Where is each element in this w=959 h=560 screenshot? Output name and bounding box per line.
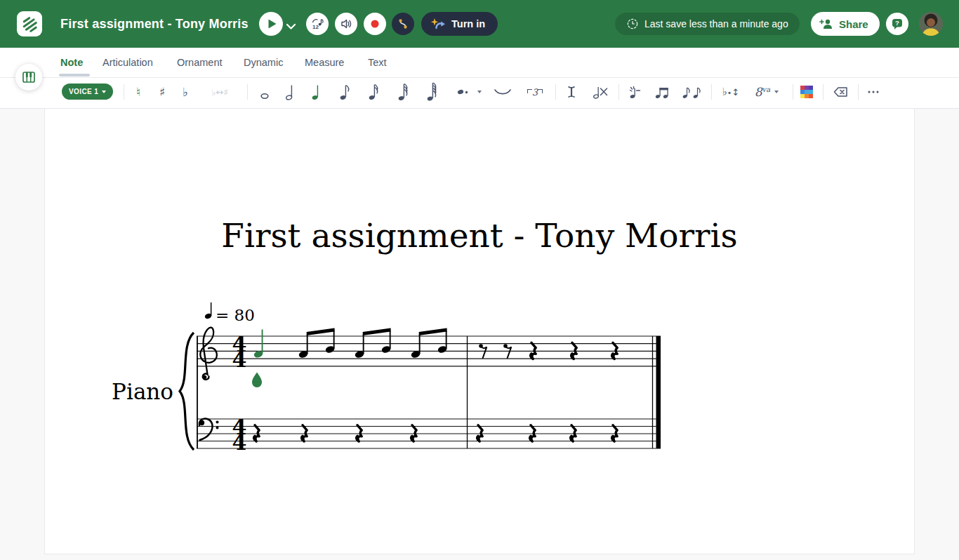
voice-label: VOICE 1 [69, 88, 98, 95]
tab-ornament[interactable]: Ornament [177, 48, 222, 77]
color-palette-icon [800, 86, 813, 98]
tie-button[interactable] [491, 81, 514, 102]
delete-button[interactable] [830, 81, 852, 102]
record-button[interactable] [364, 13, 386, 35]
last-save-text: Last save less than a minute ago [644, 18, 788, 29]
bass-clef[interactable] [199, 418, 219, 440]
app-header: First assignment - Tony Morris 12 [0, 0, 959, 48]
voice-selector[interactable]: VOICE 1 [62, 84, 113, 100]
turn-in-button[interactable]: Turn in [421, 12, 498, 36]
tab-note[interactable]: Note [60, 48, 83, 77]
app-window: First assignment - Tony Morris 12 [0, 0, 959, 560]
help-button[interactable]: ? [886, 13, 908, 35]
note-split-icon [593, 84, 609, 100]
treble-clef[interactable] [200, 328, 217, 380]
sixtyfourth-note-button[interactable] [421, 81, 444, 102]
turn-in-icon [430, 16, 447, 32]
chevron-down-icon [477, 91, 482, 93]
beam-notes-icon [654, 84, 671, 100]
backspace-icon [833, 86, 849, 98]
score-canvas[interactable]: First assignment - Tony Morris = 80 Pian… [0, 109, 959, 560]
quarter-note-icon [311, 83, 324, 101]
last-save-status: Last save less than a minute ago [615, 13, 800, 35]
octave-options[interactable] [770, 81, 783, 102]
clock-icon [626, 18, 639, 30]
insert-mode-button[interactable] [560, 81, 583, 102]
beam-notes-button[interactable] [652, 81, 674, 102]
final-barline-thick [656, 336, 661, 448]
speaker-icon [339, 17, 353, 31]
more-options-button[interactable] [862, 81, 885, 102]
tab-text[interactable]: Text [368, 48, 387, 77]
svg-text:12: 12 [312, 24, 319, 30]
playback-options-chevron[interactable] [286, 20, 296, 33]
flat-button[interactable]: ♭ [174, 81, 197, 102]
toolbar-divider [124, 84, 124, 100]
sharp-button[interactable]: ♯ [151, 81, 173, 102]
share-button[interactable]: Share [811, 12, 880, 36]
avatar-image [919, 12, 943, 36]
play-button[interactable] [259, 12, 283, 36]
time-signature[interactable]: 4 4 4 4 [232, 332, 247, 455]
sparkle-note-icon [627, 84, 644, 100]
volume-button[interactable] [335, 13, 357, 35]
virtual-piano-button[interactable] [15, 64, 42, 91]
toolbar-divider [247, 84, 248, 100]
split-note-button[interactable] [590, 81, 612, 102]
half-note-icon [285, 83, 298, 101]
tempo-mark[interactable]: = 80 [204, 302, 255, 324]
half-note-button[interactable] [280, 81, 303, 102]
turn-in-label: Turn in [451, 18, 485, 29]
record-icon [368, 17, 382, 31]
svg-text:4: 4 [232, 430, 247, 455]
user-avatar[interactable] [919, 12, 943, 36]
score-title[interactable]: First assignment - Tony Morris [221, 216, 737, 255]
metronome-count-icon: 12 [310, 17, 325, 32]
natural-button[interactable]: ♮ [127, 81, 150, 102]
play-icon [259, 12, 283, 36]
dotted-note-icon [456, 86, 472, 98]
transpose-button[interactable]: ♭•↕ [717, 81, 744, 102]
toolbar-divider [823, 84, 824, 100]
svg-text:4: 4 [232, 347, 247, 372]
tempo-text: = 80 [216, 306, 255, 324]
note-cursor [252, 373, 262, 388]
eighth-note-icon [339, 83, 352, 101]
auto-note-button[interactable] [624, 81, 647, 102]
triplet-icon: 3 [527, 88, 543, 96]
whole-note-button[interactable] [253, 81, 276, 102]
document-title: First assignment - Tony Morris [60, 0, 249, 48]
toolbar-divider [711, 84, 712, 100]
flat-logo[interactable] [17, 11, 42, 36]
whole-note-icon [258, 83, 271, 101]
midi-connect-button[interactable] [392, 13, 414, 35]
unbeam-notes-icon [682, 84, 704, 100]
treble-staff [197, 336, 661, 366]
bass-staff [197, 419, 661, 448]
toolbar-divider [619, 84, 619, 100]
tab-articulation[interactable]: Articulation [102, 48, 153, 77]
dotted-note-options[interactable] [473, 81, 486, 102]
tab-dynamic[interactable]: Dynamic [244, 48, 283, 77]
thirtysecond-note-button[interactable] [392, 81, 415, 102]
quarter-note-button[interactable] [306, 81, 329, 102]
metronome-count-button[interactable]: 12 [306, 13, 329, 35]
tie-icon [493, 86, 512, 98]
tempo-note-stem [211, 302, 212, 316]
octave-icon: 8va [755, 85, 770, 99]
tuplet-button[interactable]: 3 [522, 81, 548, 102]
color-note-button[interactable] [795, 81, 818, 102]
eighth-note-button[interactable] [334, 81, 357, 102]
sixteenth-note-icon [368, 83, 381, 101]
ribbon-tabs: Note Articulation Ornament Dynamic Measu… [0, 48, 959, 78]
sixteenth-note-button[interactable] [363, 81, 385, 102]
unbeam-notes-button[interactable] [680, 81, 706, 102]
instrument-label[interactable]: Piano [112, 379, 173, 404]
tab-measure[interactable]: Measure [305, 48, 344, 77]
enharmonic-button[interactable]: ♭↔♯ [202, 81, 237, 102]
chevron-down-icon [774, 91, 779, 93]
help-bubble-icon: ? [889, 16, 905, 32]
sixtyfourth-note-icon [426, 82, 439, 102]
system-brace [180, 333, 194, 450]
share-label: Share [839, 18, 868, 30]
